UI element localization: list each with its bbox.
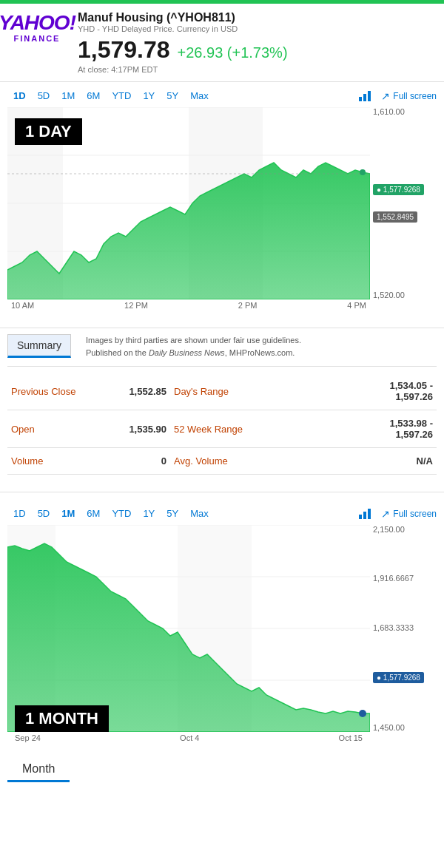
stat-value-avg-vol: N/A	[259, 448, 437, 475]
stat-value-open: 1,535.90	[96, 410, 170, 448]
fullscreen-icon-2: ↗	[381, 508, 390, 520]
stat-row-3: Volume 0 Avg. Volume N/A	[7, 448, 437, 475]
current-price-badge: ● 1,577.9268	[373, 184, 424, 195]
tab-6m[interactable]: 6M	[81, 88, 106, 104]
svg-point-8	[360, 169, 366, 175]
tab-5d[interactable]: 5D	[32, 88, 56, 104]
divider-1	[0, 328, 444, 328]
y-label-bot: 1,520.00	[373, 291, 437, 299]
y2-label-top: 2,150.00	[373, 525, 437, 534]
tab-1d[interactable]: 1D	[7, 88, 32, 104]
stock-info: Manuf Housing (^YHOH811) YHD - YHD Delay…	[78, 11, 433, 74]
chart2-y-labels: 2,150.00 1,916.6667 1,683.3333 ● 1,577.9…	[370, 525, 437, 732]
stock-price-row: 1,579.78 +26.93 (+1.73%)	[78, 36, 433, 64]
stock-change: +26.93 (+1.73%)	[178, 44, 288, 61]
bar-chart-icon	[359, 91, 372, 101]
yahoo-logo-text: YAHOO!	[0, 13, 75, 33]
fullscreen-label-2: Full screen	[393, 509, 437, 519]
divider-3	[0, 492, 444, 492]
tab-max[interactable]: Max	[184, 88, 215, 104]
mid-price-badge: 1,552.8495	[373, 211, 417, 223]
tab2-ytd[interactable]: YTD	[106, 506, 137, 521]
tab2-5y[interactable]: 5Y	[161, 506, 184, 521]
chart1-container: 1,610.00 ● 1,577.9268 1,552.8495 1,520.0…	[7, 107, 437, 322]
yahoo-logo: YAHOO! FINANCE	[7, 13, 67, 43]
chart2-tabs: 1D 5D 1M 6M YTD 1Y 5Y Max ↗ Full screen	[7, 506, 437, 521]
bar-chart-icon-2	[359, 509, 372, 519]
stock-subtitle: YHD - YHD Delayed Price. Currency in USD	[78, 24, 433, 33]
stat-label-avg-vol: Avg. Volume	[170, 448, 259, 475]
chart2-overlay-label: 1 MONTH	[15, 705, 109, 732]
chart2-section: 1D 5D 1M 6M YTD 1Y 5Y Max ↗ Full screen …	[0, 500, 444, 754]
stock-price: 1,579.78	[78, 36, 170, 64]
x2-label-oct4: Oct 4	[180, 733, 199, 742]
chart2-svg	[7, 525, 370, 732]
svg-point-16	[359, 710, 366, 717]
stats-table: Previous Close 1,552.85 Day's Range 1,53…	[7, 373, 437, 475]
summary-tab[interactable]: Summary	[7, 334, 71, 358]
stat-label-open: Open	[7, 410, 96, 448]
x-label-12pm: 12 PM	[124, 301, 148, 310]
chart1-y-labels: 1,610.00 ● 1,577.9268 1,552.8495 1,520.0…	[370, 107, 437, 299]
y2-label-3: 1,683.3333	[373, 623, 437, 632]
tab-5y[interactable]: 5Y	[161, 88, 184, 104]
spacer	[0, 475, 444, 486]
fullscreen-btn-1[interactable]: ↗ Full screen	[381, 90, 437, 102]
tab2-6m[interactable]: 6M	[81, 506, 106, 521]
divider-2	[7, 366, 437, 367]
bottom-month-tab[interactable]: Month	[7, 758, 70, 782]
stock-close-time: At close: 4:17PM EDT	[78, 65, 433, 74]
x2-label-oct15: Oct 15	[339, 733, 363, 742]
summary-tabs-row: Summary Images by third parties are show…	[7, 334, 437, 359]
y2-label-bot: 1,450.00	[373, 723, 437, 732]
y-label-top: 1,610.00	[373, 107, 437, 116]
chart1-x-labels: 10 AM 12 PM 2 PM 4 PM	[7, 299, 370, 310]
summary-section: Summary Images by third parties are show…	[0, 334, 444, 475]
stat-row-2: Open 1,535.90 52 Week Range 1,533.98 - 1…	[7, 410, 437, 448]
current-price-badge-2: ● 1,577.9268	[373, 672, 424, 683]
chart1-tabs: 1D 5D 1M 6M YTD 1Y 5Y Max ↗ Full screen	[7, 88, 437, 104]
stat-value-prev-close: 1,552.85	[96, 373, 170, 410]
chart2-container: 2,150.00 1,916.6667 1,683.3333 ● 1,577.9…	[7, 525, 437, 754]
stat-value-volume: 0	[96, 448, 170, 475]
tab-1y[interactable]: 1Y	[137, 88, 161, 104]
tab-1m[interactable]: 1M	[56, 88, 81, 104]
x-label-10am: 10 AM	[11, 301, 34, 310]
bottom-tab-area: Month	[0, 754, 444, 790]
yahoo-finance-label: FINANCE	[14, 34, 61, 43]
x-label-4pm: 4 PM	[347, 301, 366, 310]
tab-ytd[interactable]: YTD	[106, 88, 137, 104]
fullscreen-icon: ↗	[381, 90, 390, 102]
y2-label-2: 1,916.6667	[373, 574, 437, 583]
fullscreen-label-1: Full screen	[393, 91, 437, 101]
x2-label-sep: Sep 24	[15, 733, 41, 742]
summary-note: Images by third parties are shown under …	[86, 334, 308, 359]
header: YAHOO! FINANCE Manuf Housing (^YHOH811) …	[0, 4, 444, 82]
stat-label-52wk: 52 Week Range	[170, 410, 259, 448]
fullscreen-btn-2[interactable]: ↗ Full screen	[381, 508, 437, 520]
tab2-1m[interactable]: 1M	[56, 506, 81, 521]
stat-label-prev-close: Previous Close	[7, 373, 96, 410]
chart1-section: 1D 5D 1M 6M YTD 1Y 5Y Max ↗ Full screen …	[0, 82, 444, 322]
x-label-2pm: 2 PM	[238, 301, 258, 310]
stat-label-day-range: Day's Range	[170, 373, 259, 410]
chart1-overlay-label: 1 DAY	[15, 118, 82, 145]
chart2-x-labels: Sep 24 Oct 4 Oct 15	[7, 732, 370, 742]
tab2-1y[interactable]: 1Y	[137, 506, 161, 521]
stat-value-day-range: 1,534.05 - 1,597.26	[259, 373, 437, 410]
stat-row-1: Previous Close 1,552.85 Day's Range 1,53…	[7, 373, 437, 410]
stat-label-volume: Volume	[7, 448, 96, 475]
stat-value-52wk: 1,533.98 - 1,597.26	[259, 410, 437, 448]
stock-name: Manuf Housing (^YHOH811)	[78, 11, 433, 24]
tab2-1d[interactable]: 1D	[7, 506, 32, 521]
tab2-5d[interactable]: 5D	[32, 506, 56, 521]
tab2-max[interactable]: Max	[184, 506, 215, 521]
